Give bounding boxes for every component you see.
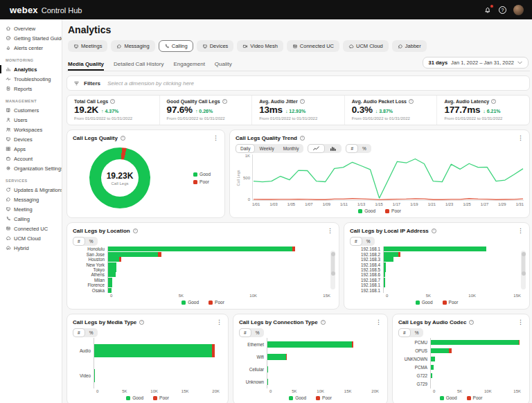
kpi-label: Good Quality Call Legs [167, 99, 220, 104]
sidebar-item-apps[interactable]: Apps [0, 144, 62, 154]
more-options-icon[interactable]: ⋮ [375, 319, 382, 325]
more-options-icon[interactable]: ⋮ [517, 135, 524, 141]
help-icon[interactable]: ? [499, 6, 506, 14]
bar-chart-button[interactable] [325, 145, 341, 152]
user-icon [6, 117, 11, 123]
category-label: G729 [417, 382, 427, 386]
more-options-icon[interactable]: ⋮ [517, 319, 524, 325]
filters-label: Filters [84, 80, 100, 87]
sidebar-item-customers[interactable]: Customers [0, 105, 62, 115]
sidebar-item-users[interactable]: Users [0, 115, 62, 125]
bar-video [94, 369, 220, 382]
management-section-label: MANAGEMENT [0, 93, 62, 105]
bar-milan [108, 278, 330, 283]
trend-unit--button[interactable]: # [346, 145, 357, 152]
tab-jabber[interactable]: Jabber [392, 40, 427, 52]
more-options-icon[interactable]: ⋮ [327, 228, 333, 234]
sidebar-item-connected-uc[interactable]: Connected UC [0, 224, 62, 233]
info-icon[interactable]: i [139, 320, 144, 325]
info-icon[interactable]: i [110, 99, 115, 104]
subtab-quality[interactable]: Quality [215, 59, 232, 71]
sidebar-item-calling[interactable]: Calling [0, 214, 62, 224]
tab-messaging[interactable]: Messaging [111, 40, 154, 52]
legend-swatch [181, 301, 186, 305]
category-labels: EthernetWifiCellularUnknown [239, 338, 267, 388]
sidebar-item-devices[interactable]: Devices [0, 134, 62, 144]
granularity-monthly-button[interactable]: Monthly [279, 145, 303, 152]
webex-logo: webex [10, 5, 38, 15]
date-range-picker[interactable]: 31 days Jan 1, 2022 – Jan 31, 2022 [423, 57, 529, 69]
chart-scrollbar[interactable] [521, 251, 526, 289]
card-title: Call Legs by Local IP Address [350, 228, 429, 234]
top-header: webex Control Hub ? [0, 0, 532, 19]
sidebar-item-updates-migrations[interactable]: Updates & Migrations [0, 185, 62, 195]
sidebar-item-ucm-cloud[interactable]: UCM Cloud [0, 233, 62, 243]
tab-ucm-cloud[interactable]: UCM Cloud [343, 40, 389, 52]
unit--button[interactable]: % [251, 329, 264, 337]
sidebar-item-meeting[interactable]: Meeting [0, 204, 62, 214]
sidebar-item-account[interactable]: Account [0, 154, 62, 163]
sidebar-item-hybrid[interactable]: Hybrid [0, 243, 62, 253]
kpi-value: 13ms [259, 105, 283, 115]
chat-icon [116, 44, 122, 49]
sidebar-item-troubleshooting[interactable]: Troubleshooting [0, 74, 62, 84]
info-icon[interactable]: i [121, 136, 125, 141]
line-chart-button[interactable] [308, 145, 324, 152]
scroll-knob-top[interactable] [331, 252, 335, 256]
subtab-engagement[interactable]: Engagement [173, 59, 204, 71]
unit--button[interactable]: # [240, 329, 251, 337]
info-icon[interactable]: i [321, 320, 326, 325]
info-icon[interactable]: i [222, 99, 227, 104]
unit--button[interactable]: # [73, 238, 85, 245]
unit--button[interactable]: % [362, 238, 375, 245]
tab-devices[interactable]: Devices [197, 40, 234, 52]
tab-meetings[interactable]: Meetings [68, 40, 107, 52]
scroll-knob-bottom[interactable] [522, 271, 526, 276]
sidebar-item-analytics[interactable]: Analytics [0, 64, 62, 74]
subtab-media-quality[interactable]: Media Quality [68, 59, 104, 71]
sidebar-item-getting-started-guide[interactable]: Getting Started Guide [0, 33, 62, 43]
donut-legend: GoodPoor [193, 172, 211, 184]
chart-scrollbar[interactable] [330, 251, 335, 289]
granularity-weekly-button[interactable]: Weekly [255, 145, 278, 152]
sidebar-item-organization-settings[interactable]: Organization Settings [0, 163, 62, 173]
filters-bar[interactable]: Filters Select a dimension by clicking h… [66, 75, 530, 91]
scroll-knob-top[interactable] [522, 252, 526, 256]
info-icon[interactable]: i [491, 99, 496, 104]
info-icon[interactable]: i [409, 99, 414, 104]
tab-connected-uc[interactable]: Connected UC [287, 40, 339, 52]
info-icon[interactable]: i [469, 320, 474, 325]
notifications-bell-icon[interactable] [484, 6, 492, 14]
sidebar-item-overview[interactable]: Overview [0, 24, 62, 33]
unit--button[interactable]: % [85, 238, 98, 245]
kpi-label: Avg. Audio Jitter [259, 99, 297, 104]
trend-unit--button[interactable]: % [358, 145, 371, 152]
info-icon[interactable]: i [133, 229, 138, 233]
subtab-detailed-call-history[interactable]: Detailed Call History [114, 59, 163, 71]
info-icon[interactable]: i [300, 136, 305, 141]
granularity-daily-button[interactable]: Daily [236, 145, 254, 152]
unit--button[interactable]: % [411, 329, 423, 337]
info-icon[interactable]: i [432, 229, 436, 233]
donut-ring: 19.23KCall Legs [89, 147, 150, 208]
grid-icon [6, 146, 11, 152]
bar-192-168-7 [384, 278, 521, 283]
unit--button[interactable]: # [73, 329, 85, 337]
kpi-value: 19.2K [74, 105, 98, 115]
bar-chart-icon [6, 66, 11, 72]
sidebar-item-alerts-center[interactable]: Alerts center [0, 43, 62, 53]
scroll-knob-bottom[interactable] [331, 271, 335, 276]
sidebar-item-reports[interactable]: Reports [0, 84, 62, 93]
more-options-icon[interactable]: ⋮ [517, 228, 524, 234]
info-icon[interactable]: i [300, 99, 305, 104]
user-avatar[interactable] [513, 5, 524, 15]
tab-calling[interactable]: Calling [159, 40, 193, 52]
unit--button[interactable]: # [351, 238, 362, 245]
unit--button[interactable]: % [85, 329, 98, 337]
more-options-icon[interactable]: ⋮ [216, 319, 222, 325]
tab-video-mesh[interactable]: Video Mesh [237, 40, 283, 52]
sidebar-item-messaging[interactable]: Messaging [0, 195, 62, 204]
sidebar-item-workspaces[interactable]: Workspaces [0, 125, 62, 134]
unit--button[interactable]: # [399, 329, 410, 337]
more-options-icon[interactable]: ⋮ [213, 135, 219, 141]
